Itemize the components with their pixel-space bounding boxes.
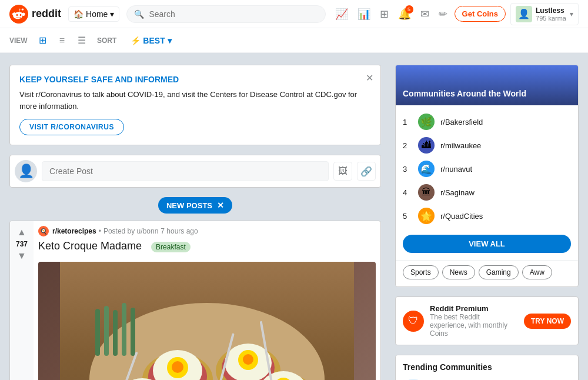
svg-rect-4 <box>95 309 100 356</box>
tag-aww[interactable]: Aww <box>522 265 552 279</box>
get-coins-button[interactable]: Get Coins <box>455 6 506 22</box>
community-header-title: Communities Around the World <box>403 89 571 98</box>
post-flair: Breakfast <box>151 242 191 252</box>
notifications-icon-btn[interactable]: 🔔 5 <box>396 5 413 23</box>
new-posts-button[interactable]: NEW POSTS ✕ <box>158 197 232 214</box>
tag-news[interactable]: News <box>442 265 475 279</box>
home-dropdown[interactable]: 🏠 Home ▾ <box>68 6 119 22</box>
view-list-btn[interactable]: ☰ <box>76 33 88 48</box>
vote-count: 737 <box>16 240 28 248</box>
tag-gaming[interactable]: Gaming <box>479 265 519 279</box>
post-card: ▲ 737 ▼ 🍳 r/ketorecipes • Posted by u/bo… <box>9 221 381 380</box>
community-item[interactable]: 1 🌿 r/Bakersfield <box>396 110 578 134</box>
community-rank: 1 <box>403 118 412 126</box>
user-area[interactable]: 👤 Lustless 795 karma ▾ <box>510 3 579 25</box>
svg-point-22 <box>243 354 253 365</box>
community-icon: 🌊 <box>418 161 435 177</box>
premium-text: Reddit Premium The best Reddit experienc… <box>430 304 518 338</box>
edit-icon-btn[interactable]: ✏ <box>436 5 450 23</box>
stats-icon-btn[interactable]: 📊 <box>355 5 373 23</box>
user-chevron-icon: ▾ <box>570 10 573 18</box>
community-icon: 🌿 <box>418 114 435 130</box>
home-icon: 🏠 <box>74 9 83 19</box>
search-bar[interactable]: 🔍 <box>126 5 325 23</box>
create-post-avatar: 👤 <box>15 160 37 182</box>
search-input[interactable] <box>149 9 318 19</box>
user-info: Lustless 795 karma <box>536 6 566 22</box>
post-image-svg <box>38 262 376 380</box>
post-title: Keto Croque Madame <box>38 240 142 252</box>
post-meta: 🍳 r/ketorecipes • Posted by u/bonn 7 hou… <box>38 226 376 236</box>
view-compact-btn[interactable]: ≡ <box>58 34 66 48</box>
create-post-bar: 👤 🖼 🔗 <box>9 155 381 188</box>
community-item[interactable]: 5 🌟 r/QuadCities <box>396 204 578 228</box>
notification-badge: 5 <box>405 5 413 14</box>
sort-best-btn[interactable]: ⚡ BEST ▾ <box>126 34 176 48</box>
vote-column: ▲ 737 ▼ <box>10 221 34 380</box>
sort-label: SORT <box>97 36 116 45</box>
link-icon[interactable]: 🔗 <box>357 162 376 181</box>
grid-icon-btn[interactable]: ⊞ <box>377 5 391 23</box>
chevron-down-icon: ▾ <box>110 9 114 19</box>
view-all-button[interactable]: VIEW ALL <box>403 235 571 253</box>
community-name: r/QuadCities <box>440 212 483 221</box>
banner-close-button[interactable]: ✕ <box>366 72 373 84</box>
community-name: r/milwaukee <box>440 141 481 150</box>
image-upload-icon[interactable]: 🖼 <box>333 162 352 181</box>
community-list: 1 🌿 r/Bakersfield 2 🏙 r/milwaukee 3 🌊 r/… <box>396 105 578 232</box>
username: Lustless <box>536 6 566 15</box>
community-rank: 3 <box>403 165 412 174</box>
downvote-button[interactable]: ▼ <box>16 249 28 262</box>
community-item[interactable]: 2 🏙 r/milwaukee <box>396 134 578 157</box>
header: reddit 🏠 Home ▾ 🔍 📈 📊 ⊞ 🔔 5 ✉ ✏ Get Coin… <box>0 0 588 28</box>
messages-icon-btn[interactable]: ✉ <box>418 5 432 23</box>
header-icons: 📈 📊 ⊞ 🔔 5 ✉ ✏ Get Coins 👤 Lustless 795 k… <box>333 3 579 25</box>
main-content: KEEP YOURSELF SAFE AND INFORMED Visit r/… <box>0 53 588 380</box>
svg-rect-8 <box>131 308 135 356</box>
community-header: Communities Around the World <box>396 65 578 105</box>
svg-rect-5 <box>104 306 109 356</box>
trending-icon-btn[interactable]: 📈 <box>333 5 350 23</box>
covid-banner: KEEP YOURSELF SAFE AND INFORMED Visit r/… <box>9 65 381 145</box>
community-rank: 2 <box>403 141 412 150</box>
community-name: r/Bakersfield <box>440 118 483 126</box>
user-karma: 795 karma <box>536 15 566 22</box>
lightning-icon: ⚡ <box>131 36 141 45</box>
sort-bar: VIEW ⊞ ≡ ☰ SORT ⚡ BEST ▾ <box>0 28 588 53</box>
sort-chevron-icon: ▾ <box>168 36 172 45</box>
tag-sports[interactable]: Sports <box>403 265 439 279</box>
communities-widget: Communities Around the World 1 🌿 r/Baker… <box>395 65 579 287</box>
community-icon: 🏙 <box>418 137 435 154</box>
premium-title: Reddit Premium <box>430 304 518 313</box>
post-by-label: Posted by u/bonn <box>103 227 158 235</box>
community-item[interactable]: 4 🏛 r/Saginaw <box>396 181 578 204</box>
create-post-input[interactable] <box>42 161 329 181</box>
community-item[interactable]: 3 🌊 r/nunavut <box>396 157 578 181</box>
view-label: VIEW <box>9 36 28 45</box>
view-card-btn[interactable]: ⊞ <box>37 33 48 48</box>
new-posts-area: NEW POSTS ✕ <box>9 197 381 214</box>
home-label: Home <box>86 9 108 19</box>
post-inner: ▲ 737 ▼ 🍳 r/ketorecipes • Posted by u/bo… <box>10 221 380 380</box>
post-title-row: Keto Croque Madame Breakfast <box>38 240 376 257</box>
sidebar: Communities Around the World 1 🌿 r/Baker… <box>395 65 579 380</box>
post-separator: • <box>99 227 101 235</box>
reddit-wordmark: reddit <box>32 8 61 20</box>
community-tags: Sports News Gaming Aww <box>396 260 578 286</box>
community-name: r/Saginaw <box>440 188 475 197</box>
upvote-button[interactable]: ▲ <box>16 226 28 239</box>
new-posts-close-icon[interactable]: ✕ <box>217 201 224 210</box>
subreddit-icon: 🍳 <box>38 226 49 236</box>
svg-rect-6 <box>113 310 118 356</box>
avatar: 👤 <box>516 6 532 22</box>
premium-description: The best Reddit experience, with monthly… <box>430 313 518 338</box>
community-rank: 4 <box>403 188 412 197</box>
trending-widget: Trending Communities 🔬 r/InsaneTechnolog… <box>395 355 579 380</box>
logo-area: reddit <box>9 5 61 24</box>
visit-coronavirus-button[interactable]: VISIT R/CORONAVIRUS <box>19 119 124 135</box>
post-subreddit[interactable]: r/ketorecipes <box>52 227 96 235</box>
community-icon: 🌟 <box>418 208 435 224</box>
banner-title: KEEP YOURSELF SAFE AND INFORMED <box>19 75 371 84</box>
try-now-button[interactable]: TRY NOW <box>524 314 571 329</box>
best-label: BEST <box>143 36 165 45</box>
